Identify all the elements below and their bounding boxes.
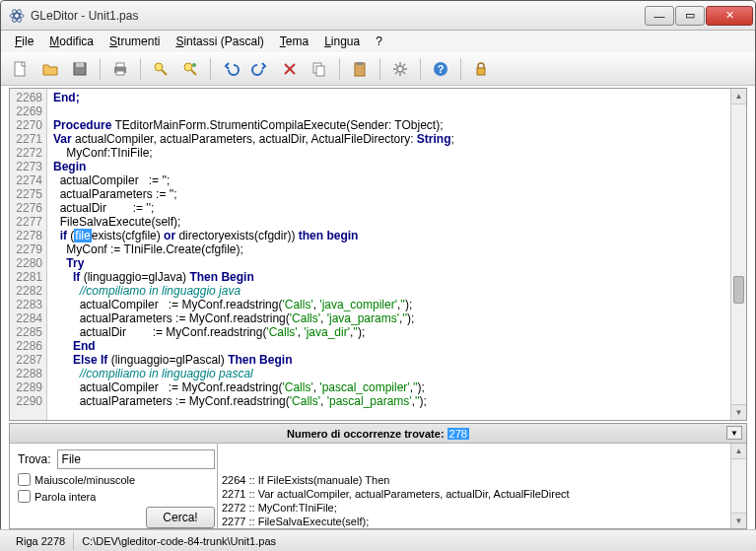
search-button[interactable]: Cerca!	[146, 507, 215, 528]
search-title-label: Numero di occorrenze trovate: 278	[287, 428, 469, 440]
svg-point-1	[10, 13, 24, 18]
menu-lingua[interactable]: Lingua	[318, 33, 366, 50]
window-title: GLeDitor - Unit1.pas	[31, 9, 645, 23]
svg-line-27	[403, 72, 405, 74]
svg-rect-8	[116, 63, 124, 67]
paste-button[interactable]	[346, 55, 374, 83]
search-panel: Numero di occorrenze trovate: 278 ▼ Trov…	[9, 423, 747, 529]
copy-button[interactable]	[306, 55, 333, 83]
redo-button[interactable]	[246, 55, 274, 83]
settings-button[interactable]	[386, 55, 414, 83]
svg-line-26	[395, 64, 397, 66]
menu-sintassi[interactable]: Sintassi (Pascal)	[170, 33, 269, 50]
app-icon	[9, 8, 25, 24]
svg-point-12	[184, 63, 192, 71]
search-title-bar: Numero di occorrenze trovate: 278 ▼	[10, 424, 746, 444]
minimize-button[interactable]: —	[645, 6, 674, 26]
svg-line-13	[191, 70, 196, 75]
search-result-item[interactable]: 2264 :: If FileExists(manuale) Then	[222, 473, 742, 487]
toolbar: ?	[1, 52, 755, 86]
save-file-button[interactable]	[66, 55, 94, 83]
close-button[interactable]: ✕	[706, 6, 753, 26]
scroll-thumb[interactable]	[733, 276, 744, 304]
help-button[interactable]: ?	[427, 55, 454, 83]
scroll-down-icon[interactable]: ▼	[731, 404, 746, 420]
search-result-item[interactable]: 2271 :: Var actualCompiler, actualParame…	[222, 487, 742, 501]
status-path: C:\DEV\gleditor-code-84-trunk\Unit1.pas	[74, 532, 748, 550]
menu-bar: File Modifica Strumenti Sintassi (Pascal…	[1, 31, 755, 52]
menu-modifica[interactable]: Modifica	[43, 33, 100, 50]
new-file-button[interactable]	[7, 55, 34, 83]
svg-rect-9	[116, 71, 124, 75]
search-label: Trova:	[18, 452, 51, 466]
results-scrollbar[interactable]: ▲ ▼	[730, 444, 746, 528]
svg-rect-32	[477, 68, 485, 75]
svg-rect-20	[357, 62, 363, 65]
search-result-item[interactable]: 2272 :: MyConf:TIniFile;	[222, 501, 742, 515]
replace-button[interactable]	[176, 55, 204, 83]
title-bar: GLeDitor - Unit1.pas — ▭ ✕	[1, 1, 755, 31]
svg-point-21	[397, 66, 403, 72]
maximize-button[interactable]: ▭	[675, 6, 705, 26]
status-line: Riga 2278	[8, 532, 74, 550]
svg-text:?: ?	[438, 63, 445, 75]
code-area[interactable]: End;Procedure TEditorMainForm.StrumentiC…	[47, 89, 746, 420]
open-file-button[interactable]	[36, 55, 64, 83]
find-button[interactable]	[147, 55, 174, 83]
menu-tema[interactable]: Tema	[274, 33, 314, 50]
lock-button[interactable]	[467, 55, 495, 83]
code-editor[interactable]: 2268226922702271227222732274227522762277…	[9, 88, 747, 421]
scroll-down-icon[interactable]: ▼	[731, 513, 746, 528]
undo-button[interactable]	[217, 55, 244, 83]
svg-point-10	[155, 63, 163, 71]
svg-line-28	[395, 72, 397, 74]
scroll-up-icon[interactable]: ▲	[731, 89, 746, 104]
svg-line-11	[162, 70, 167, 75]
menu-help[interactable]: ?	[370, 33, 388, 50]
svg-rect-18	[316, 66, 324, 76]
search-input[interactable]	[57, 449, 215, 469]
svg-point-14	[192, 63, 196, 67]
svg-rect-6	[76, 63, 84, 67]
search-result-item[interactable]: 2277 :: FileSalvaExecute(self);	[222, 515, 742, 528]
print-button[interactable]	[106, 55, 134, 83]
whole-word-checkbox[interactable]: Parola intera	[18, 490, 209, 503]
svg-rect-4	[15, 62, 25, 76]
case-checkbox[interactable]: Maiuscole/minuscole	[18, 473, 209, 486]
delete-button[interactable]	[276, 55, 304, 83]
search-results-list[interactable]: 2264 :: If FileExists(manuale) Then2271 …	[217, 444, 746, 528]
svg-line-29	[403, 64, 405, 66]
scroll-up-icon[interactable]: ▲	[731, 444, 746, 459]
status-bar: Riga 2278 C:\DEV\gleditor-code-84-trunk\…	[0, 529, 756, 551]
menu-strumenti[interactable]: Strumenti	[103, 33, 166, 50]
vertical-scrollbar[interactable]: ▲ ▼	[730, 89, 746, 420]
line-number-gutter: 2268226922702271227222732274227522762277…	[10, 89, 47, 420]
collapse-button[interactable]: ▼	[726, 426, 742, 440]
menu-file[interactable]: File	[9, 33, 39, 50]
